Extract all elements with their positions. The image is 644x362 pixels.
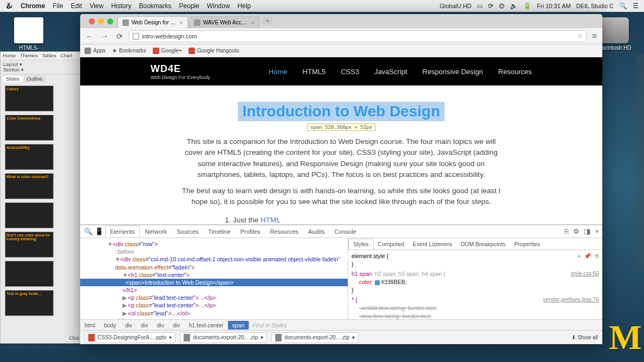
devtools-dock-icon[interactable]: ◨: [584, 227, 590, 235]
download-item[interactable]: CSS3-DesigningForA….pptx▾: [84, 332, 175, 343]
ppt-section[interactable]: Section ▾: [3, 67, 79, 73]
devtools-tab-console[interactable]: Console: [330, 226, 361, 237]
color-swatch-icon[interactable]: [375, 280, 380, 285]
styles-tab-computed[interactable]: Computed: [374, 239, 408, 249]
menu-edit[interactable]: Edit: [71, 2, 82, 10]
styles-tab-breakpoints[interactable]: DOM Breakpoints: [456, 239, 510, 249]
devtools-tab-audits[interactable]: Audits: [304, 226, 329, 237]
crumb[interactable]: html: [80, 321, 100, 330]
devtools-tab-network[interactable]: Network: [141, 226, 171, 237]
back-button[interactable]: ←: [83, 30, 95, 42]
devtools-close-icon[interactable]: ×: [595, 227, 599, 235]
ppt-slide[interactable]: Don't use color alone to convey meaning: [5, 232, 54, 258]
devtools-drawer-icon[interactable]: ⎘: [564, 227, 569, 235]
bookmark-hangouts[interactable]: Google Hangouts: [188, 48, 239, 54]
browser-tab[interactable]: WAVE Web Accessibility T ×: [189, 16, 259, 28]
styles-filter[interactable]: Find in Styles: [249, 322, 602, 328]
menu-file[interactable]: File: [53, 2, 63, 10]
chevron-down-icon[interactable]: ▾: [169, 334, 172, 340]
close-tab-icon[interactable]: ×: [251, 19, 255, 26]
ppt-slide[interactable]: [5, 261, 54, 287]
devtools-tab-profiles[interactable]: Profiles: [236, 226, 265, 237]
bookmark-star-icon[interactable]: ☆: [577, 32, 583, 40]
ppt-slide[interactable]: Accessibility: [5, 144, 54, 170]
ppt-layout[interactable]: Layout ▾: [3, 62, 79, 67]
download-item[interactable]: documents-export-20….zip▾: [271, 332, 359, 343]
styles-body[interactable]: + 📌 ⟲ element.style { } style.css:60 h1 …: [348, 250, 602, 319]
crumb[interactable]: div: [121, 321, 136, 330]
chevron-down-icon[interactable]: ▾: [261, 334, 263, 340]
devtools-tab-sources[interactable]: Sources: [172, 226, 203, 237]
menu-history[interactable]: History: [111, 2, 131, 10]
menu-window[interactable]: Window: [207, 2, 230, 10]
dom-tree[interactable]: ▼<div class="row"> ::before ▼<div class=…: [80, 238, 348, 319]
devtools-tab-elements[interactable]: Elements: [105, 226, 140, 238]
nav-html5[interactable]: HTML5: [303, 68, 326, 76]
apple-menu-icon[interactable]: 🙴: [5, 2, 13, 10]
bookmark-star[interactable]: ★Bookmarks: [112, 48, 146, 54]
ppt-tab-home[interactable]: Home: [3, 53, 16, 58]
nav-javascript[interactable]: JavaScript: [374, 68, 407, 76]
screen-icon[interactable]: ▭: [477, 2, 483, 10]
styles-tab-listeners[interactable]: Event Listeners: [408, 239, 456, 249]
styles-tab-styles[interactable]: Styles: [348, 239, 374, 249]
style-source-link[interactable]: vendor-prefixes.less:76: [543, 296, 599, 304]
show-all-downloads[interactable]: ⬇ Show all: [571, 334, 598, 340]
menu-people[interactable]: People: [179, 2, 199, 10]
ppt-slide[interactable]: What is color contrast?: [5, 173, 54, 199]
nav-resources[interactable]: Resources: [498, 68, 532, 76]
crumb-active[interactable]: span: [228, 321, 249, 330]
ppt-slide[interactable]: Test in gray scale…: [5, 290, 54, 316]
battery-icon[interactable]: 🔋: [523, 2, 531, 10]
style-source-link[interactable]: style.css:60: [571, 270, 599, 278]
site-brand[interactable]: WD4E Web Design For Everybody: [151, 63, 210, 80]
volume-icon[interactable]: 🔈: [510, 2, 518, 10]
minimize-window-icon[interactable]: [98, 18, 104, 24]
download-item[interactable]: documents-export-20….zip▾: [180, 332, 267, 343]
crumb[interactable]: div: [153, 321, 168, 330]
ppt-slide[interactable]: [5, 202, 54, 228]
user-name[interactable]: DEIL Studio C: [576, 3, 614, 9]
close-tab-icon[interactable]: ×: [180, 19, 183, 26]
devtools-tab-timeline[interactable]: Timeline: [204, 226, 235, 237]
menu-bookmarks[interactable]: Bookmarks: [139, 2, 172, 10]
ppt-tab-themes[interactable]: Themes: [20, 53, 38, 58]
menu-help[interactable]: Help: [238, 2, 251, 10]
bookmark-googleplus[interactable]: Google+: [153, 48, 182, 54]
nav-css3[interactable]: CSS3: [341, 68, 359, 76]
crumb[interactable]: div: [168, 321, 184, 330]
link-html[interactable]: HTML: [261, 216, 281, 224]
nav-home[interactable]: Home: [269, 68, 288, 76]
clock[interactable]: Fri 10:31 AM: [537, 3, 570, 9]
crumb[interactable]: div: [136, 321, 152, 330]
spotlight-icon[interactable]: 🔍: [619, 2, 627, 10]
ppt-slides-panel[interactable]: Colors Color Conventions Accessibility W…: [1, 83, 82, 321]
app-name[interactable]: Chrome: [21, 2, 45, 10]
ppt-tab-outline[interactable]: Outline: [24, 76, 46, 82]
crumb[interactable]: h1.text-center: [184, 321, 227, 330]
devtools-settings-icon[interactable]: ⚙: [573, 227, 580, 235]
menu-view[interactable]: View: [89, 2, 103, 10]
inspect-icon[interactable]: 🔍: [83, 227, 93, 235]
ppt-slide[interactable]: Color Conventions: [5, 115, 54, 141]
forward-button[interactable]: →: [99, 30, 110, 42]
sync-icon[interactable]: ⟳: [488, 2, 493, 10]
wifi-icon[interactable]: ⏣: [499, 2, 504, 10]
styles-tab-properties[interactable]: Properties: [510, 239, 544, 249]
nav-responsive[interactable]: Responsive Design: [422, 68, 483, 76]
chevron-down-icon[interactable]: ▾: [352, 334, 355, 340]
reload-button[interactable]: ⟳: [114, 30, 126, 42]
crumb[interactable]: body: [100, 321, 121, 330]
new-tab-button[interactable]: +: [263, 17, 272, 25]
chrome-menu-icon[interactable]: ≡: [590, 31, 599, 41]
ppt-slide[interactable]: Colors: [5, 85, 54, 111]
ppt-tab-tables[interactable]: Tables: [42, 53, 56, 58]
address-bar[interactable]: intro-webdesign.com ☆: [129, 30, 587, 42]
devtools-tab-resources[interactable]: Resources: [265, 226, 303, 237]
device-icon[interactable]: 📱: [94, 227, 104, 235]
browser-tab-active[interactable]: Web Design for Everyone ×: [118, 16, 188, 28]
dom-selected-node[interactable]: <span>Introduction to Web Design</span>: [80, 279, 348, 286]
bookmark-apps[interactable]: Apps: [84, 48, 106, 54]
ppt-tab-slides[interactable]: Slides: [3, 76, 23, 82]
ppt-tab-charts[interactable]: Chart: [61, 53, 73, 58]
